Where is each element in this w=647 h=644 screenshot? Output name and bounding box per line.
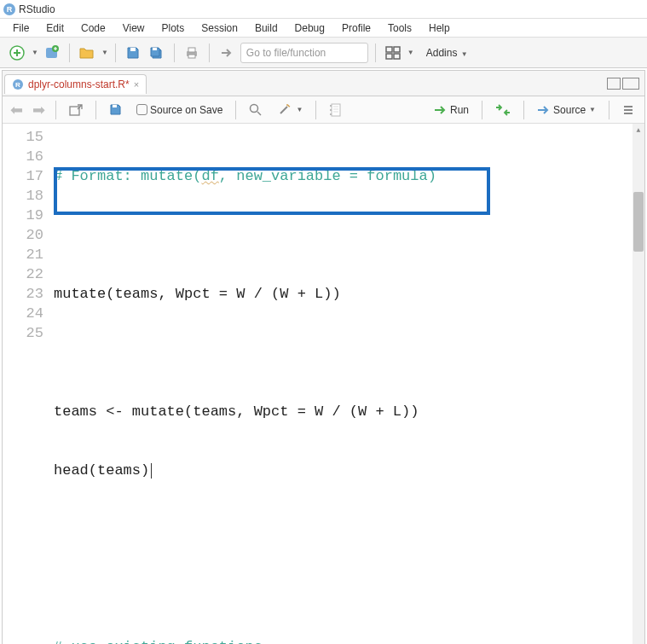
open-file-button[interactable] — [77, 43, 97, 63]
show-in-new-window-button[interactable] — [64, 102, 88, 119]
open-file-dropdown[interactable]: ▼ — [101, 49, 108, 56]
close-tab-button[interactable]: × — [134, 79, 139, 90]
printer-icon — [184, 46, 199, 60]
source-on-save-label: Source on Save — [150, 104, 222, 116]
new-file-dropdown[interactable]: ▼ — [32, 49, 38, 56]
menu-tools[interactable]: Tools — [380, 20, 419, 36]
scrollbar-thumb[interactable] — [633, 192, 644, 252]
app-title: RStudio — [19, 3, 55, 15]
maximize-pane-icon[interactable] — [622, 78, 639, 90]
new-project-button[interactable] — [42, 43, 62, 63]
source-arrow-icon — [537, 105, 551, 115]
source-tab-strip: R dplyr-columns-start.R* × — [3, 71, 644, 96]
run-button[interactable]: Run — [429, 102, 474, 119]
title-bar: R RStudio — [0, 0, 647, 19]
source-pane: R dplyr-columns-start.R* × ⬅ ➡ — [2, 70, 645, 644]
svg-rect-6 — [188, 48, 195, 52]
go-to-button[interactable] — [217, 43, 237, 63]
addins-menu[interactable]: Addins ▼ — [421, 45, 473, 61]
menu-bar: File Edit Code View Plots Session Build … — [0, 19, 647, 38]
line-number: 15 — [3, 127, 43, 147]
rstudio-logo-icon: R — [3, 3, 15, 15]
menu-profile[interactable]: Profile — [334, 20, 378, 36]
code-text: # Format: mutate( — [54, 168, 201, 184]
svg-rect-4 — [153, 48, 157, 50]
svg-point-16 — [251, 104, 258, 112]
checkbox-icon — [136, 104, 147, 115]
code-line-blank — [54, 343, 633, 363]
code-text-area[interactable]: # Format: mutate(df, new_variable = form… — [54, 124, 633, 644]
line-number: 23 — [3, 284, 43, 304]
code-text: teams <- mutate(teams, Wpct = W / (W + L… — [54, 403, 419, 420]
source-toolbar: ⬅ ➡ Source on Save — [3, 96, 644, 124]
code-tools-button[interactable]: ▼ — [272, 101, 308, 119]
main-toolbar: ▼ ▼ — [0, 38, 647, 68]
code-line-blank — [54, 578, 633, 598]
menu-code[interactable]: Code — [73, 20, 113, 36]
divider — [609, 101, 609, 119]
code-line-blank — [54, 519, 633, 539]
notebook-icon — [329, 103, 342, 117]
menu-debug[interactable]: Debug — [287, 20, 332, 36]
minimize-pane-icon[interactable] — [607, 78, 621, 90]
code-text: df — [201, 168, 218, 184]
workspace-panes-button[interactable] — [383, 43, 403, 63]
outline-icon — [622, 104, 634, 116]
divider — [95, 101, 96, 119]
popout-icon — [69, 104, 83, 116]
rerun-button[interactable] — [490, 102, 516, 119]
new-file-plus-icon — [9, 45, 25, 61]
divider — [55, 101, 56, 119]
new-file-button[interactable] — [7, 43, 27, 63]
panes-dropdown[interactable]: ▼ — [407, 49, 414, 56]
svg-rect-19 — [330, 109, 332, 111]
menu-file[interactable]: File — [5, 20, 37, 36]
code-editor[interactable]: 15 16 17 18 19 20 21 22 23 24 25 # Forma… — [3, 124, 644, 644]
code-line-blank — [54, 225, 633, 245]
divider — [174, 44, 175, 62]
text-cursor-icon — [151, 463, 152, 479]
nav-back-button[interactable]: ⬅ — [8, 101, 26, 119]
menu-help[interactable]: Help — [421, 20, 458, 36]
svg-rect-18 — [330, 105, 332, 107]
menu-session[interactable]: Session — [194, 20, 246, 36]
divider — [315, 101, 316, 119]
addins-label-text: Addins — [426, 47, 458, 59]
menu-edit[interactable]: Edit — [38, 20, 72, 36]
svg-rect-10 — [386, 54, 392, 59]
outline-toggle-button[interactable] — [617, 102, 639, 119]
chevron-down-icon: ▼ — [589, 106, 596, 113]
line-number: 19 — [3, 206, 43, 225]
file-tab[interactable]: R dplyr-columns-start.R* × — [4, 74, 147, 94]
magic-wand-icon — [277, 103, 292, 117]
menu-build[interactable]: Build — [247, 20, 286, 36]
line-number: 25 — [3, 323, 43, 343]
print-button[interactable] — [182, 43, 202, 63]
line-number: 22 — [3, 264, 43, 284]
re-run-icon — [495, 104, 511, 116]
svg-rect-7 — [188, 55, 195, 58]
save-file-button[interactable] — [104, 101, 127, 119]
file-function-search[interactable]: Go to file/function — [240, 43, 368, 63]
search-placeholder: Go to file/function — [246, 47, 326, 59]
editor-scrollbar[interactable]: ▲ ▼ — [633, 124, 644, 644]
svg-rect-8 — [386, 47, 392, 52]
code-text: # use existing functions — [54, 639, 263, 644]
save-button[interactable] — [123, 43, 143, 63]
run-label: Run — [450, 104, 469, 116]
compile-report-button[interactable] — [324, 101, 347, 119]
source-script-button[interactable]: Source ▼ — [532, 102, 601, 119]
svg-rect-9 — [394, 47, 400, 52]
line-number: 24 — [3, 304, 43, 323]
chevron-down-icon: ▼ — [296, 106, 303, 113]
save-all-button[interactable] — [147, 43, 167, 63]
source-on-save-toggle[interactable]: Source on Save — [131, 102, 228, 119]
menu-plots[interactable]: Plots — [154, 20, 193, 36]
menu-view[interactable]: View — [115, 20, 153, 36]
svg-rect-20 — [330, 113, 332, 115]
nav-forward-button[interactable]: ➡ — [30, 101, 48, 119]
scrollbar-up-icon[interactable]: ▲ — [633, 124, 644, 136]
code-text: mutate(teams, Wpct = W / (W + L)) — [54, 286, 341, 302]
divider — [209, 44, 210, 62]
find-replace-button[interactable] — [244, 101, 268, 119]
